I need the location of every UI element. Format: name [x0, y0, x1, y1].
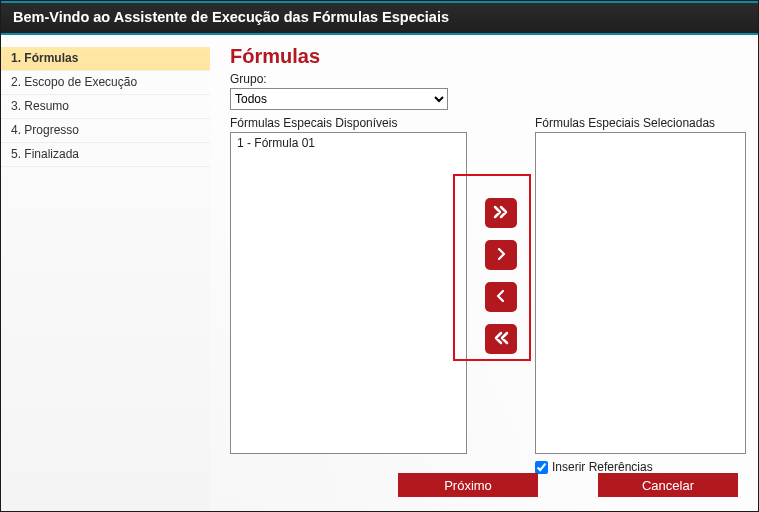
page-title: Fórmulas — [230, 45, 746, 68]
add-one-button[interactable] — [485, 240, 517, 270]
group-label: Grupo: — [230, 72, 267, 86]
footer-buttons: Próximo Cancelar — [398, 473, 738, 497]
step-label: 2. Escopo de Execução — [11, 75, 137, 89]
step-resumo[interactable]: 3. Resumo — [1, 95, 210, 119]
available-column: Fórmulas Especais Disponíveis 1 - Fórmul… — [230, 116, 467, 454]
double-chevron-left-icon — [492, 331, 510, 348]
step-label: 1. Fórmulas — [11, 51, 78, 65]
insert-refs-checkbox[interactable] — [535, 461, 548, 474]
chevron-right-icon — [494, 247, 508, 264]
step-progresso[interactable]: 4. Progresso — [1, 119, 210, 143]
step-label: 5. Finalizada — [11, 147, 79, 161]
step-label: 3. Resumo — [11, 99, 69, 113]
main-panel: Fórmulas Grupo: Todos Fórmulas Especais … — [210, 35, 758, 511]
remove-one-button[interactable] — [485, 282, 517, 312]
selected-listbox[interactable] — [535, 132, 746, 454]
add-all-button[interactable] — [485, 198, 517, 228]
window-body: 1. Fórmulas 2. Escopo de Execução 3. Res… — [1, 35, 758, 511]
wizard-window: Bem-Vindo ao Assistente de Execução das … — [0, 0, 759, 512]
list-item[interactable]: 1 - Fórmula 01 — [235, 135, 462, 151]
available-listbox[interactable]: 1 - Fórmula 01 — [230, 132, 467, 454]
double-chevron-right-icon — [492, 205, 510, 222]
window-title: Bem-Vindo ao Assistente de Execução das … — [1, 1, 758, 35]
lists-row: Fórmulas Especais Disponíveis 1 - Fórmul… — [230, 116, 746, 474]
window-title-text: Bem-Vindo ao Assistente de Execução das … — [13, 9, 449, 25]
group-row: Grupo: Todos — [230, 72, 746, 110]
next-button[interactable]: Próximo — [398, 473, 538, 497]
remove-all-button[interactable] — [485, 324, 517, 354]
insert-refs-row: Inserir Referências — [535, 460, 746, 474]
chevron-left-icon — [494, 289, 508, 306]
step-formulas[interactable]: 1. Fórmulas — [1, 47, 210, 71]
step-finalizada[interactable]: 5. Finalizada — [1, 143, 210, 167]
available-label: Fórmulas Especais Disponíveis — [230, 116, 467, 130]
step-escopo[interactable]: 2. Escopo de Execução — [1, 71, 210, 95]
group-select[interactable]: Todos — [230, 88, 448, 110]
transfer-buttons — [481, 136, 521, 354]
steps-sidebar: 1. Fórmulas 2. Escopo de Execução 3. Res… — [1, 35, 210, 511]
step-label: 4. Progresso — [11, 123, 79, 137]
selected-label: Fórmulas Especiais Selecionadas — [535, 116, 746, 130]
cancel-button[interactable]: Cancelar — [598, 473, 738, 497]
selected-column: Fórmulas Especiais Selecionadas Inserir … — [535, 116, 746, 474]
insert-refs-label: Inserir Referências — [552, 460, 653, 474]
